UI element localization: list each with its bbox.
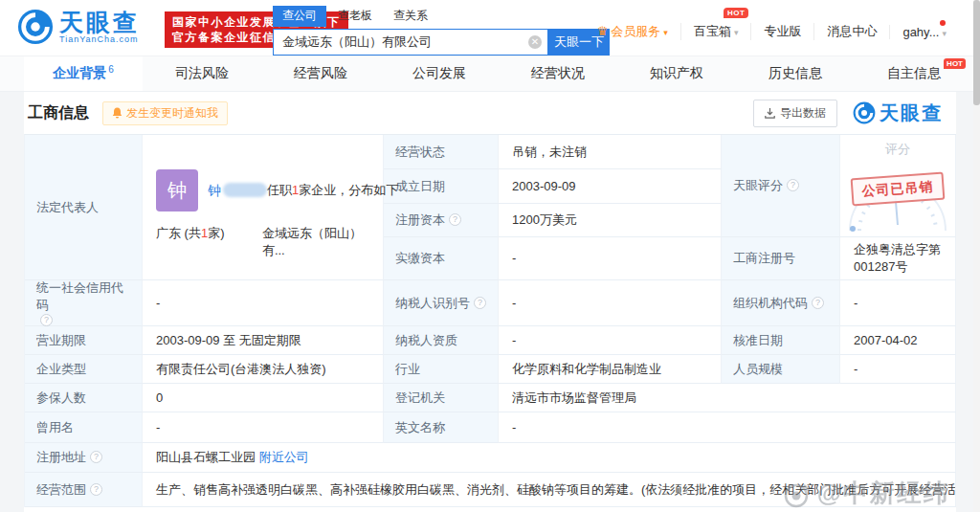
value-english-name: - bbox=[499, 412, 956, 443]
avatar[interactable]: 钟 bbox=[156, 169, 198, 211]
value-business-scope: 生产、销售高补强透明白碳黑、高补强硅橡胶用白碳黑、消光剂、硅酸钠等项目的筹建。(… bbox=[143, 473, 956, 507]
value-operating-status: 吊销，未注销 bbox=[499, 135, 722, 169]
label-registered-address: 注册地址? bbox=[25, 443, 143, 473]
logo-domain: TianYanCha.com bbox=[59, 34, 140, 44]
help-icon[interactable]: ? bbox=[474, 297, 486, 309]
clear-search-icon[interactable]: ✕ bbox=[528, 35, 542, 49]
value-established-date: 2003-09-09 bbox=[499, 169, 722, 204]
label-former-name: 曾用名 bbox=[25, 412, 143, 443]
tianyan-score-cell: 评分 公司已吊销 bbox=[840, 135, 956, 237]
help-icon[interactable]: ? bbox=[40, 314, 53, 326]
value-credit-code: - bbox=[143, 280, 384, 326]
label-registered-capital: 注册资本? bbox=[384, 204, 499, 237]
notification-dot bbox=[940, 20, 946, 26]
search-tabs: 查公司 查老板 查关系 bbox=[273, 6, 610, 27]
tab-company-development[interactable]: 公司发展 bbox=[380, 56, 499, 91]
help-icon[interactable]: ? bbox=[90, 451, 102, 463]
help-icon[interactable]: ? bbox=[787, 179, 799, 191]
help-icon[interactable]: ? bbox=[90, 483, 102, 496]
scrollbar-thumb[interactable] bbox=[973, 0, 980, 105]
value-registered-capital: 1200万美元 bbox=[499, 204, 722, 237]
help-icon[interactable]: ? bbox=[449, 213, 461, 226]
value-registration-number: 企独粤清总字第001287号 bbox=[840, 237, 956, 280]
company-nav-tabs: 企业背景6 司法风险 经营风险 公司发展 经营状况 知识产权 历史信息 自主信息… bbox=[0, 56, 980, 92]
label-paid-capital: 实缴资本 bbox=[384, 237, 499, 280]
menu-message-center[interactable]: 消息中心 bbox=[813, 23, 889, 40]
tab-operating-status[interactable]: 经营状况 bbox=[499, 56, 617, 91]
label-legal-representative: 法定代表人 bbox=[25, 135, 143, 280]
tab-judicial-risk[interactable]: 司法风险 bbox=[143, 56, 261, 91]
value-org-code: - bbox=[840, 280, 956, 326]
menu-pro-version[interactable]: 专业版 bbox=[750, 23, 813, 40]
legal-rep-name-link[interactable]: 钟 bbox=[208, 182, 221, 200]
label-org-code: 组织机构代码? bbox=[722, 280, 840, 326]
tab-count: 6 bbox=[108, 64, 114, 75]
business-info-table: 法定代表人 钟 钟 任职1家企业，分布如下 广东 (共1家) 金域远东（阳山）有… bbox=[24, 134, 956, 507]
search-tab-relation[interactable]: 查关系 bbox=[384, 6, 437, 27]
page-scrollbar[interactable] bbox=[973, 0, 980, 512]
search-tab-company[interactable]: 查公司 bbox=[273, 6, 326, 27]
legal-representative-cell: 钟 钟 任职1家企业，分布如下 广东 (共1家) 金域远东（阳山）有... bbox=[143, 135, 384, 280]
label-tianyan-score: 天眼评分? bbox=[722, 135, 840, 237]
search-input[interactable] bbox=[273, 29, 548, 56]
business-info-card: 工商信息 发生变更时通知我 导出数据 天眼查 法定代表人 钟 bbox=[24, 92, 956, 512]
hot-badge: HOT bbox=[724, 8, 748, 18]
value-business-term: 2003-09-09 至 无固定期限 bbox=[143, 326, 384, 355]
tianyancha-logo[interactable]: 天眼查 TianYanCha.com bbox=[17, 9, 140, 45]
label-established-date: 成立日期 bbox=[384, 169, 499, 204]
value-taxpayer-quality: - bbox=[499, 326, 722, 355]
value-registry-authority: 清远市市场监督管理局 bbox=[499, 384, 956, 412]
chevron-down-icon: ▾ bbox=[734, 28, 739, 37]
notify-on-change-button[interactable]: 发生变更时通知我 bbox=[102, 101, 228, 125]
menu-user-account[interactable]: gahy...▾ bbox=[889, 25, 959, 39]
label-credit-code: 统一社会信用代码? bbox=[25, 280, 143, 326]
label-taxpayer-id: 纳税人识别号? bbox=[384, 280, 499, 326]
label-approval-date: 核准日期 bbox=[722, 326, 840, 355]
label-industry: 行业 bbox=[384, 355, 499, 384]
value-former-name: - bbox=[143, 412, 384, 443]
download-icon bbox=[765, 108, 775, 119]
value-taxpayer-id: - bbox=[499, 280, 722, 326]
section-title: 工商信息 bbox=[28, 103, 89, 123]
label-business-term: 营业期限 bbox=[25, 326, 143, 355]
label-taxpayer-quality: 纳税人资质 bbox=[384, 326, 499, 355]
rep-region: 广东 (共1家) bbox=[156, 225, 262, 258]
label-insured-count: 参保人数 bbox=[25, 384, 143, 412]
label-staff-size: 人员规模 bbox=[722, 355, 840, 384]
menu-vip-services[interactable]: ♛会员服务▾ bbox=[585, 23, 680, 40]
search-area: 查公司 查老板 查关系 ✕ 天眼一下 bbox=[273, 6, 610, 56]
nearby-companies-link[interactable]: 附近公司 bbox=[259, 449, 309, 466]
value-approval-date: 2007-04-02 bbox=[840, 326, 956, 355]
crown-icon: ♛ bbox=[597, 24, 609, 38]
value-industry: 化学原料和化学制品制造业 bbox=[499, 355, 722, 384]
label-company-type: 企业类型 bbox=[25, 355, 143, 384]
hot-badge: HOT bbox=[944, 58, 966, 69]
label-registry-authority: 登记机关 bbox=[384, 384, 499, 412]
label-english-name: 英文名称 bbox=[384, 412, 499, 443]
redacted-name bbox=[223, 183, 267, 197]
chevron-down-icon: ▾ bbox=[663, 28, 668, 37]
tab-intellectual-property[interactable]: 知识产权 bbox=[617, 56, 736, 91]
help-icon[interactable]: ? bbox=[812, 297, 824, 309]
value-insured-count: 0 bbox=[143, 384, 384, 412]
tab-operating-risk[interactable]: 经营风险 bbox=[261, 56, 380, 91]
menu-toolbox[interactable]: HOT 百宝箱▾ bbox=[680, 23, 751, 40]
tab-history-info[interactable]: 历史信息 bbox=[736, 56, 855, 91]
label-registration-number: 工商注册号 bbox=[722, 237, 840, 280]
tab-self-published-info[interactable]: 自主信息HOT bbox=[855, 56, 973, 91]
label-business-scope: 经营范围? bbox=[25, 473, 143, 507]
export-data-button[interactable]: 导出数据 bbox=[753, 100, 837, 127]
logo-title: 天眼查 bbox=[59, 10, 140, 34]
search-tab-boss[interactable]: 查老板 bbox=[328, 6, 382, 27]
tianyancha-eye-icon bbox=[853, 101, 876, 124]
value-staff-size: - bbox=[840, 355, 956, 384]
tianyancha-brand-mark: 天眼查 bbox=[853, 100, 943, 126]
value-registered-address: 阳山县石螺工业园 附近公司 bbox=[143, 443, 956, 473]
value-paid-capital: - bbox=[499, 237, 722, 280]
score-chart-title: 评分 bbox=[844, 141, 951, 158]
rep-company-link[interactable]: 金域远东（阳山）有... bbox=[262, 225, 377, 258]
tab-company-background[interactable]: 企业背景6 bbox=[24, 56, 143, 91]
chevron-down-icon: ▾ bbox=[942, 29, 947, 38]
top-header: 天眼查 TianYanCha.com 国家中小企业发展子基金旗下 官方备案企业征… bbox=[0, 0, 980, 56]
tianyancha-eye-icon bbox=[17, 9, 54, 45]
